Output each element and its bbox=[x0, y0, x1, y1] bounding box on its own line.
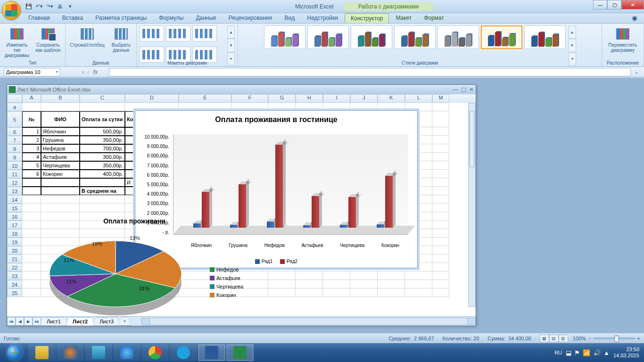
tray-clock[interactable]: 23:50 14.03.2015 bbox=[613, 346, 639, 359]
cell[interactable] bbox=[405, 272, 432, 280]
cell[interactable] bbox=[22, 195, 41, 204]
column-header[interactable]: D bbox=[125, 94, 179, 103]
formula-expand-icon[interactable]: ⌄ bbox=[633, 69, 640, 74]
column-header[interactable]: K bbox=[378, 94, 405, 103]
chart-style-option[interactable] bbox=[307, 25, 349, 49]
cell[interactable] bbox=[405, 288, 432, 297]
chart-style-option[interactable] bbox=[481, 25, 522, 49]
ribbon-tab[interactable]: Формулы bbox=[153, 13, 189, 23]
cell[interactable] bbox=[296, 288, 323, 297]
chart-layout-option[interactable] bbox=[166, 25, 190, 41]
cell[interactable]: 500,00р. bbox=[80, 127, 125, 136]
column-header[interactable]: A bbox=[22, 94, 41, 103]
help-icon[interactable]: ◉ bbox=[629, 13, 640, 23]
spreadsheet-grid[interactable]: ABCDEFGHIJKLM 45№ФИООплата за суткиКо61Я… bbox=[7, 94, 476, 316]
row-header[interactable]: 18 bbox=[7, 229, 22, 238]
start-button[interactable] bbox=[2, 344, 27, 361]
cell[interactable] bbox=[432, 212, 449, 221]
taskbar-chrome[interactable] bbox=[141, 344, 169, 361]
ribbon-tab-chart[interactable]: Формат bbox=[418, 13, 450, 23]
cell[interactable] bbox=[378, 272, 405, 280]
cell[interactable]: Грушина bbox=[41, 136, 80, 144]
tray-action-center-icon[interactable]: ⚑ bbox=[574, 349, 580, 356]
pie-chart-title[interactable]: Оплата проживани bbox=[21, 217, 248, 225]
cell[interactable]: 2 bbox=[22, 136, 41, 144]
cell[interactable] bbox=[432, 255, 449, 263]
column-header[interactable]: E bbox=[179, 94, 231, 103]
ribbon-tab[interactable]: Вид bbox=[279, 13, 300, 23]
view-page-break-icon[interactable]: ▥ bbox=[559, 335, 568, 342]
row-header[interactable]: 17 bbox=[7, 221, 22, 229]
bar[interactable] bbox=[312, 196, 319, 228]
legend-item[interactable]: Астафьев bbox=[210, 275, 243, 281]
cell[interactable] bbox=[432, 111, 449, 127]
column-header[interactable]: F bbox=[231, 94, 268, 103]
bar-group[interactable] bbox=[267, 145, 283, 228]
sheet-nav-prev-icon[interactable]: ◀ bbox=[16, 317, 24, 326]
column-header[interactable]: C bbox=[80, 94, 125, 103]
cell[interactable] bbox=[432, 229, 449, 238]
cell[interactable]: 350,00р. bbox=[80, 136, 125, 144]
sheet-nav-first-icon[interactable]: ⏮ bbox=[7, 317, 16, 326]
cell[interactable]: Яблочкин bbox=[41, 127, 80, 136]
cell[interactable]: Оплата за сутки bbox=[80, 111, 125, 127]
cell[interactable]: № bbox=[22, 111, 41, 127]
cell[interactable] bbox=[323, 280, 350, 288]
row-header[interactable]: 7 bbox=[7, 136, 22, 144]
gallery-up-icon[interactable]: ▲ bbox=[569, 25, 576, 39]
cell[interactable] bbox=[432, 127, 449, 136]
legend-item[interactable]: Чертищева bbox=[210, 284, 243, 289]
chart-style-option[interactable] bbox=[438, 25, 479, 49]
sheet-tab[interactable]: Лист1 bbox=[41, 317, 67, 326]
row-header[interactable]: 10 bbox=[7, 161, 22, 170]
bar-group[interactable] bbox=[193, 145, 209, 228]
wb-minimize-icon[interactable]: — bbox=[453, 86, 458, 93]
move-chart-button[interactable]: Переместить диаграмму bbox=[605, 25, 641, 66]
cell[interactable] bbox=[41, 204, 80, 212]
cell[interactable] bbox=[432, 144, 449, 153]
wb-close-icon[interactable]: ✕ bbox=[469, 86, 474, 93]
cell[interactable] bbox=[350, 288, 378, 297]
undo-icon[interactable]: ↶▾ bbox=[35, 2, 43, 11]
chart-style-option[interactable] bbox=[394, 25, 436, 49]
workbook-titlebar[interactable]: Лист Microsoft Office Excel.xlsx — ▢ ✕ bbox=[7, 85, 476, 94]
cell[interactable] bbox=[432, 204, 449, 212]
cell[interactable] bbox=[350, 272, 378, 280]
tray-language[interactable]: RU bbox=[554, 350, 562, 355]
taskbar-app[interactable] bbox=[85, 344, 112, 361]
row-header[interactable]: 14 bbox=[7, 195, 22, 204]
chart-layout-option[interactable] bbox=[192, 25, 217, 41]
taskbar-skype[interactable] bbox=[170, 344, 197, 361]
chart-bars[interactable] bbox=[183, 145, 403, 228]
cell[interactable] bbox=[22, 204, 41, 212]
legend-item[interactable]: Кокорин bbox=[210, 292, 243, 298]
scroll-thumb[interactable] bbox=[469, 111, 475, 167]
row-header[interactable]: 21 bbox=[7, 255, 22, 263]
chart-style-option[interactable] bbox=[264, 25, 305, 49]
cell[interactable]: 3 bbox=[22, 144, 41, 153]
row-header[interactable]: 13 bbox=[7, 187, 22, 195]
ribbon-tab-chart[interactable]: Конструктор bbox=[345, 13, 389, 23]
chart-layouts-gallery[interactable] bbox=[140, 25, 224, 66]
name-box[interactable]: Диаграмма 10 bbox=[4, 68, 60, 76]
column-header[interactable]: J bbox=[350, 94, 378, 103]
cell[interactable] bbox=[80, 103, 125, 111]
tray-app-icon[interactable]: ⬓ bbox=[566, 349, 571, 356]
select-all-corner[interactable] bbox=[7, 94, 22, 103]
change-chart-type-button[interactable]: Изменить тип диаграммы bbox=[3, 25, 31, 66]
bar[interactable] bbox=[385, 176, 393, 228]
redo-icon[interactable]: ↷▾ bbox=[45, 2, 54, 11]
ribbon-tab[interactable]: Данные bbox=[190, 13, 222, 23]
minimize-button[interactable]: — bbox=[593, 0, 607, 9]
bar-group[interactable] bbox=[340, 145, 356, 228]
ribbon-tab[interactable]: Главная bbox=[23, 13, 56, 23]
row-header[interactable]: 16 bbox=[7, 212, 22, 221]
cell[interactable] bbox=[41, 103, 80, 111]
cell[interactable]: 700,00р. bbox=[80, 144, 125, 153]
chart-style-option[interactable] bbox=[524, 25, 566, 49]
sheet-nav-last-icon[interactable]: ⏭ bbox=[33, 317, 41, 326]
row-header[interactable]: 8 bbox=[7, 144, 22, 153]
sheet-nav-next-icon[interactable]: ▶ bbox=[24, 317, 33, 326]
cell[interactable] bbox=[432, 263, 449, 272]
cell[interactable]: 4 bbox=[22, 153, 41, 161]
